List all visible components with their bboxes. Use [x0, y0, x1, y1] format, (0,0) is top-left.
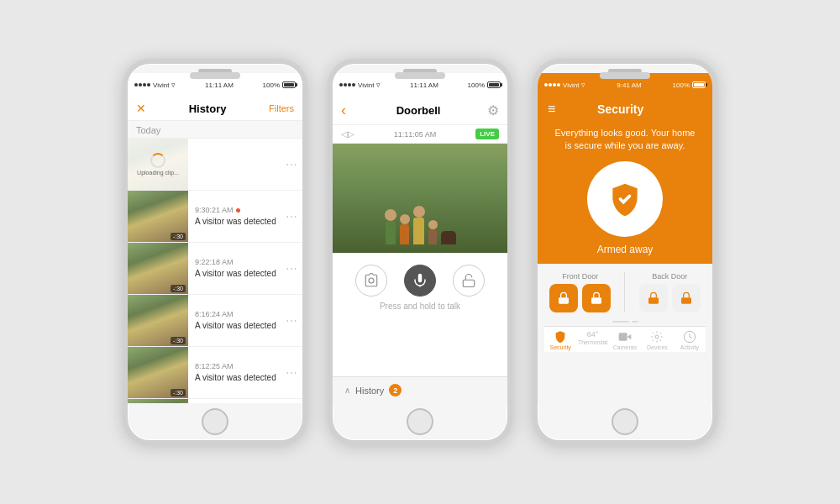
home-button-1[interactable]: [202, 408, 228, 435]
item-menu-3[interactable]: ⋯: [286, 314, 302, 328]
svg-rect-6: [619, 333, 627, 340]
battery-area-1: 100%: [263, 81, 296, 89]
front-door-lock-2[interactable]: [582, 284, 611, 312]
person-4: [428, 220, 438, 244]
item-info-4: 8:12:25 AM A visitor was detected: [188, 359, 286, 386]
security-tab-label: Security: [550, 344, 571, 350]
doorbell-video[interactable]: [333, 144, 507, 253]
pet-silhouette: [441, 231, 456, 244]
list-item[interactable]: -:30 8:12:25 AM A visitor was detected ⋯: [128, 347, 302, 399]
list-item[interactable]: -:30 9:30:21 AM A visitor was detected ⋯: [128, 191, 302, 243]
upload-overlay: Uploading clip...: [128, 139, 188, 191]
signal-dots-1: [134, 83, 150, 87]
tab-activity[interactable]: Activity: [674, 330, 706, 350]
home-button-3[interactable]: [612, 408, 638, 435]
carrier-3: Vivint: [563, 81, 579, 89]
phone-speaker-1: [198, 69, 232, 73]
phone-security: Vivint ▿ 9:41 AM 100% ≡ Security Everyth…: [533, 59, 717, 445]
back-door-group: Back Door: [639, 272, 701, 312]
security-message: Everything looks good. Your home is secu…: [538, 122, 712, 161]
doorbell-screen: ‹ Doorbell ⚙ ◁▷ 11:11:05 AM LIVE: [333, 97, 507, 403]
back-button[interactable]: ‹: [341, 102, 346, 119]
tab-devices[interactable]: Devices: [641, 330, 673, 350]
thumbnail-2: -:30: [128, 243, 188, 295]
time-2: 11:11 AM: [381, 81, 467, 89]
history-title: History: [146, 102, 269, 115]
thermostat-tab-temp: 64°: [587, 330, 599, 339]
video-bar: ◁▷ 11:11:05 AM LIVE: [333, 125, 507, 144]
list-item[interactable]: -:30 8:11:22 AM A visitor was detected ⋯: [128, 399, 302, 403]
signal-dots-3: [544, 83, 560, 87]
doorbell-controls: [333, 253, 507, 302]
chevron-up-icon: ∧: [344, 386, 350, 395]
home-button-2[interactable]: [407, 408, 433, 435]
signal-dots-2: [339, 83, 355, 87]
item-text-3: A visitor was detected: [195, 320, 279, 331]
duration-1: -:30: [171, 233, 186, 240]
item-info-1: 9:30:21 AM A visitor was detected: [188, 202, 286, 230]
red-dot-1: [236, 208, 240, 213]
microphone-button[interactable]: [404, 265, 436, 297]
item-menu-0[interactable]: ⋯: [286, 158, 302, 171]
item-menu-2[interactable]: ⋯: [286, 262, 302, 276]
doorbell-title: Doorbell: [349, 104, 487, 117]
cameras-tab-label: Cameras: [613, 344, 637, 350]
status-bar-2: Vivint ▿ 11:11 AM 100%: [333, 73, 507, 97]
mic-wave-icon: ◁▷: [341, 129, 354, 139]
unlock-button[interactable]: [453, 265, 485, 297]
svg-rect-1: [463, 280, 475, 286]
carrier-1: Vivint: [153, 81, 169, 89]
settings-gear-icon[interactable]: ⚙: [487, 102, 499, 118]
thumbnail-3: -:30: [128, 295, 188, 347]
battery-pct-2: 100%: [468, 81, 485, 89]
security-screen: ≡ Security Everything looks good. Your h…: [538, 97, 712, 403]
video-scene: [333, 144, 507, 253]
history-header: ✕ History Filters: [128, 97, 302, 121]
battery-pct-3: 100%: [673, 81, 690, 89]
back-door-lock-1[interactable]: [639, 284, 668, 312]
battery-pct-1: 100%: [263, 81, 280, 89]
battery-area-2: 100%: [468, 81, 501, 89]
list-item[interactable]: -:30 9:22:18 AM A visitor was detected ⋯: [128, 243, 302, 295]
snapshot-button[interactable]: [355, 265, 387, 297]
activity-tab-label: Activity: [680, 344, 699, 350]
battery-icon-1: [282, 81, 296, 88]
thermostat-tab-label: Thermostat: [578, 339, 607, 345]
doors-divider: [624, 272, 625, 312]
phone-doorbell: Vivint ▿ 11:11 AM 100% ‹ Doorbell ⚙ ◁▷ 1…: [328, 59, 512, 445]
tab-cameras[interactable]: Cameras: [609, 330, 641, 350]
duration-2: -:30: [171, 285, 186, 292]
close-button[interactable]: ✕: [136, 102, 146, 115]
history-count-badge: 2: [389, 384, 402, 396]
upload-spinner: [150, 153, 165, 168]
svg-point-0: [369, 278, 374, 283]
svg-rect-4: [648, 297, 659, 303]
item-text-1: A visitor was detected: [195, 216, 279, 227]
front-door-group: Front Door: [549, 272, 611, 312]
list-item[interactable]: -:30 8:16:24 AM A visitor was detected ⋯: [128, 295, 302, 347]
devices-tab-label: Devices: [647, 344, 668, 350]
battery-area-3: 100%: [673, 81, 706, 89]
doors-row: Front Door: [544, 272, 706, 312]
phone-speaker-3: [608, 69, 642, 73]
history-drawer[interactable]: ∧ History 2: [333, 376, 507, 403]
shield-circle: [587, 161, 663, 237]
person-1: [385, 209, 396, 244]
filters-button[interactable]: Filters: [269, 103, 294, 113]
menu-icon[interactable]: ≡: [548, 102, 555, 117]
tab-security[interactable]: Security: [544, 330, 576, 350]
thumbnail-0: Uploading clip...: [128, 139, 188, 191]
front-door-lock-1[interactable]: [549, 284, 578, 312]
time-3: 9:41 AM: [585, 81, 672, 89]
back-door-lock-2[interactable]: [672, 284, 701, 312]
history-bar-label: History: [355, 386, 384, 396]
people-silhouettes: [385, 206, 456, 253]
phone-speaker-2: [403, 69, 437, 73]
back-door-label: Back Door: [652, 272, 687, 281]
duration-4: -:30: [171, 389, 186, 396]
tab-thermostat[interactable]: 64° Thermostat: [576, 330, 608, 350]
press-talk-hint: Press and hold to talk: [333, 302, 507, 318]
list-item[interactable]: Uploading clip... ⋯: [128, 139, 302, 191]
item-menu-1[interactable]: ⋯: [286, 210, 302, 223]
item-menu-4[interactable]: ⋯: [286, 366, 302, 380]
